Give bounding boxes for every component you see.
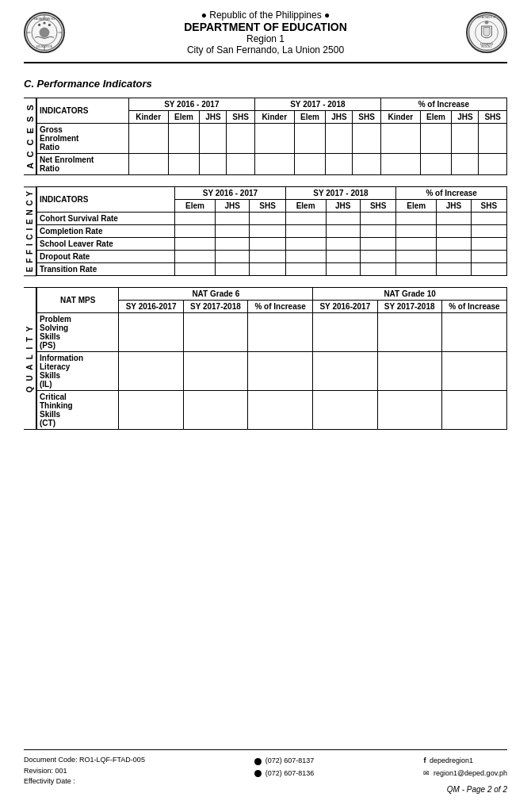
footer-contact: (072) 607-8137 (072) 607-8136 [254,755,314,779]
cell [215,225,249,238]
header-text-block: ● Republic of the Philippines ● DEPARTME… [74,10,457,56]
cell [471,263,506,276]
quality-nat-mps-header: NAT MPS [37,288,119,313]
nat10-sy1: SY 2016-2017 [313,301,377,313]
cell [396,238,437,251]
svg-text:EDUCATION: EDUCATION [480,43,493,46]
eff-pct-shs: SHS [471,200,506,213]
header-dept: DEPARTMENT OF EDUCATION [74,21,457,33]
eff-pct-elem: Elem [396,200,437,213]
cell [227,154,254,175]
fax-icon [254,770,262,777]
cell [361,238,396,251]
net-enrolment-label: Net EnrolmentRatio [37,154,129,175]
eff-sy2-elem: Elem [285,200,326,213]
quality-table-wrapper: Q U A L I T Y NAT MPS NAT Grade 6 NAT Gr… [24,287,507,430]
quality-nat6-header: NAT Grade 6 [119,288,313,301]
access-pct-shs: SHS [479,111,507,124]
eff-sy2-jhs: JHS [326,200,360,213]
quality-nat10-header: NAT Grade 10 [313,288,507,301]
critical-thinking-label: CriticalThinkingSkills(CT) [37,391,119,430]
fb-icon: f [423,756,426,764]
cell [285,225,326,238]
nat6-sy2: SY 2017-2018 [183,301,247,313]
deped-logo-right: DEPARTMENT OF REGION 1 EDUCATION [466,12,507,53]
svg-point-2 [40,28,50,38]
access-sy1-jhs: JHS [200,111,227,124]
table-row: Cohort Survival Rate [37,213,507,225]
header-city: City of San Fernando, La Union 2500 [74,44,457,56]
eff-sy1-shs: SHS [250,200,285,213]
cell [441,352,506,391]
header-bullet-right: ● [324,10,330,21]
access-sy1-shs: SHS [227,111,254,124]
svg-point-10 [43,21,45,24]
efficiency-side-label: E F F I C I E N C Y [24,186,36,276]
fax-number: (072) 607-8136 [254,768,314,779]
cell [396,213,437,225]
eff-sy1-header: SY 2016 - 2017 [175,187,286,200]
cell [479,154,507,175]
eff-indicators-header: INDICATORS [37,187,175,213]
page-number: QM - Page 2 of 2 [423,783,507,796]
eff-sy2-header: SY 2017 - 2018 [285,187,396,200]
footer-social: f depedregion1 ✉ region1@deped.gov.ph QM… [423,755,507,796]
cell [471,238,506,251]
access-table: INDICATORS SY 2016 - 2017 SY 2017 - 2018… [36,98,507,175]
cell [128,124,168,154]
cohort-survival-label: Cohort Survival Rate [37,213,175,225]
cell [326,225,360,238]
revision: Revision: 001 [24,766,145,777]
transition-rate-label: Transition Rate [37,263,175,276]
nat10-pct: % of Increase [441,301,506,313]
cell [437,213,471,225]
cell [215,213,249,225]
eff-sy2-shs: SHS [361,200,396,213]
table-row: School Leaver Rate [37,238,507,251]
cell [313,391,377,430]
cell [396,251,437,263]
access-sy2-shs: SHS [353,111,380,124]
cell [420,154,452,175]
cell [248,352,313,391]
effectivity: Effectivity Date : [24,776,145,787]
eff-pct-jhs: JHS [437,200,471,213]
table-row: InformationLiteracySkills(IL) [37,352,507,391]
cell [471,213,506,225]
cell [326,154,353,175]
cell [313,352,377,391]
cell [285,251,326,263]
cell [250,251,285,263]
svg-point-9 [38,24,40,26]
email-link: ✉ region1@deped.gov.ph [423,768,507,779]
cell [248,313,313,352]
facebook-link: f depedregion1 [423,755,507,767]
access-sy2-kinder: Kinder [254,111,294,124]
cell [361,263,396,276]
completion-rate-label: Completion Rate [37,225,175,238]
cell [119,313,183,352]
access-table-wrapper: A C C E S S INDICATORS SY 2016 - 2017 SY… [24,98,507,175]
cell [254,154,294,175]
cell [326,263,360,276]
cell [380,154,420,175]
access-pct-kinder: Kinder [380,111,420,124]
cell [183,313,247,352]
phone-number: (072) 607-8137 [254,755,314,767]
eff-pct-header: % of Increase [396,187,507,200]
table-row: Dropout Rate [37,251,507,263]
table-row: Net EnrolmentRatio [37,154,507,175]
information-literacy-label: InformationLiteracySkills(IL) [37,352,119,391]
cell [119,352,183,391]
header-tagline: Republic of the Philippines [209,10,321,21]
deped-logo-left: KAGAWARAN NG EDUKASYON [24,12,65,53]
cell [313,313,377,352]
cell [250,238,285,251]
access-sy2-jhs: JHS [326,111,353,124]
cell [396,263,437,276]
cell [183,352,247,391]
cell [175,225,216,238]
section-title: C. Performance Indicators [24,78,507,90]
cell [479,124,507,154]
access-sy1-kinder: Kinder [128,111,168,124]
